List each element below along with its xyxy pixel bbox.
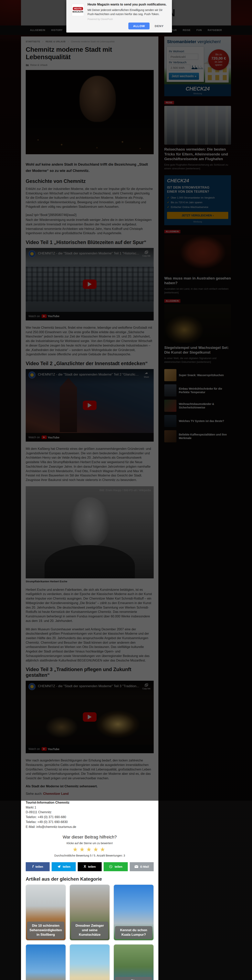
contact-phone: Telefon: +49 (0) 371 690-680 <box>26 815 154 820</box>
share-label: teilen <box>88 865 96 868</box>
star-icon[interactable]: ★ <box>93 846 100 853</box>
app-icon: HEUTE MAGAZIN <box>72 4 84 16</box>
app-icon-magazin: MAGAZIN <box>73 11 83 13</box>
rating-summary: Durchschnittliche Bewertung 5 / 5. Anzah… <box>26 854 154 857</box>
email-icon <box>134 865 138 868</box>
related-article-card[interactable]: Dresdner Zwinger und seine Kunstschätze <box>70 885 110 940</box>
share-x-button[interactable]: X teilen <box>78 862 102 871</box>
rating-widget: War dieser Beitrag hilfreich? Klicke auf… <box>26 835 154 857</box>
prompt-title: Heute Magazin wants to send you push not… <box>88 3 167 6</box>
app-icon-heute: HEUTE <box>73 7 83 10</box>
contact-street: Markt 1 <box>26 805 154 810</box>
related-article-title: Die Sehenswürdigkeiten in Podgorica (Mon… <box>115 977 152 980</box>
share-facebook-button[interactable]: f teilen <box>26 862 49 871</box>
rating-question: War dieser Beitrag hilfreich? <box>26 835 154 840</box>
deny-button[interactable]: DENY <box>155 24 164 28</box>
related-article-card[interactable]: Kennst du schon Kuala Lumpur? <box>114 885 154 940</box>
whatsapp-icon <box>109 865 113 869</box>
related-article-card[interactable]: Paris ist keine Stadt, sondern eine Welt <box>26 944 66 980</box>
star-icon[interactable]: ★ <box>100 846 107 853</box>
related-article-title: Die 10 schönsten Sehenswürdigkeiten in S… <box>27 921 64 939</box>
share-label: teilen <box>115 865 122 868</box>
related-article-title: Dresdner Zwinger und seine Kunstschätze <box>71 921 108 939</box>
share-whatsapp-button[interactable]: teilen <box>104 862 128 871</box>
related-article-card[interactable]: Das sonnenreichsten Gebiet von Deutschla… <box>70 944 110 980</box>
star-icon[interactable]: ★ <box>73 846 80 853</box>
rating-hint: Klicke auf die Sterne um zu bewerten! <box>26 842 154 845</box>
related-article-card[interactable]: Die Sehenswürdigkeiten in Podgorica (Mon… <box>114 944 154 980</box>
telegram-icon <box>57 865 61 869</box>
push-notification-prompt: HEUTE MAGAZIN Heute Magazin wants to sen… <box>66 0 172 33</box>
contact-email[interactable]: E-Mail: info@chemnitz-tourismus.de <box>26 824 154 829</box>
related-article-image <box>26 945 65 980</box>
share-label: E-Mail <box>140 865 149 868</box>
x-icon: X <box>84 865 86 869</box>
tourist-information-block: Tourist-Information Chemnitz Markt 1 D-0… <box>26 800 154 829</box>
powered-by-label: Powered by CleverPush <box>88 18 167 21</box>
related-heading: Artikel aus der gleichen Kategorie <box>26 876 154 882</box>
rating-stars[interactable]: ★★★★★ <box>26 846 154 853</box>
share-email-button[interactable]: E-Mail <box>130 862 154 871</box>
facebook-icon: f <box>32 865 33 869</box>
related-article-image <box>70 945 110 980</box>
related-article-title: Kennst du schon Kuala Lumpur? <box>115 926 152 939</box>
dim-overlay <box>0 0 252 801</box>
related-articles-grid: Die 10 schönsten Sehenswürdigkeiten in S… <box>26 885 154 980</box>
prompt-body: Mit Deiner jederzeit widerruflichen Einw… <box>88 8 167 16</box>
related-article-card[interactable]: Die 10 schönsten Sehenswürdigkeiten in S… <box>26 885 66 940</box>
contact-fax: Telefax: +49 (0) 371 690-6830 <box>26 820 154 824</box>
related-article-image <box>114 945 153 980</box>
star-icon[interactable]: ★ <box>86 846 93 853</box>
contact-name: Tourist-Information Chemnitz <box>26 800 154 805</box>
share-bar: f teilen teilen X teilen <box>26 862 154 871</box>
contact-city: D-09111 Chemnitz <box>26 810 154 815</box>
star-icon[interactable]: ★ <box>80 846 86 853</box>
allow-button[interactable]: ALLOW <box>128 22 150 29</box>
share-label: teilen <box>35 865 43 868</box>
share-telegram-button[interactable]: teilen <box>52 862 75 871</box>
share-label: teilen <box>63 865 70 868</box>
